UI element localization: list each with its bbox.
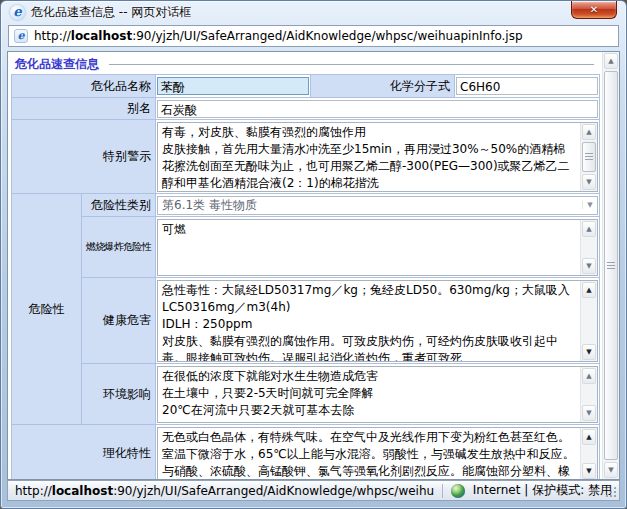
physchem-textarea[interactable]: 无色或白色晶体，有特殊气味。在空气中及光线作用下变为粉红色甚至红色。室温下微溶于…: [157, 427, 598, 481]
health-hazard-textarea[interactable]: 急性毒性：大鼠经LD50317mg／kg；兔经皮LD50。630mg/kg；大鼠…: [157, 280, 598, 362]
status-separator: [442, 484, 443, 498]
address-url-protocol: http://: [34, 29, 71, 43]
main-scrollbar[interactable]: ▲ ▼: [602, 52, 619, 479]
close-button[interactable]: ✕: [571, 1, 617, 19]
scrollbar-track[interactable]: [582, 385, 596, 404]
alias-label: 别名: [12, 98, 156, 120]
scrollbar-down-button[interactable]: ▼: [582, 258, 596, 274]
row-environment: 环境影响 在很低的浓度下就能对水生生物造成危害 在土壤中，只要2-5天时间就可完…: [12, 364, 600, 425]
close-icon: ✕: [590, 4, 598, 15]
row-name-formula: 危化品名称 苯酚 化学分子式 C6H60: [12, 75, 600, 98]
scrollbar[interactable]: ▲ ▼: [580, 281, 597, 361]
chemical-name-label: 危化品名称: [12, 75, 156, 98]
status-url-host: localhost: [52, 484, 113, 498]
address-url-host: localhost: [71, 29, 132, 43]
info-table: 危化品名称 苯酚 化学分子式 C6H60 别名 石炭酸 特别警示 有毒，对皮肤、…: [11, 74, 600, 480]
health-hazard-text[interactable]: 急性毒性：大鼠经LD50317mg／kg；兔经皮LD50。630mg/kg；大鼠…: [158, 281, 580, 361]
section-divider: [109, 64, 594, 65]
physchem-text[interactable]: 无色或白色晶体，有特殊气味。在空气中及光线作用下变为粉红色甚至红色。室温下微溶于…: [158, 428, 580, 480]
scroll-down-icon: ▼: [586, 467, 591, 475]
chemical-name-input[interactable]: 苯酚: [157, 77, 309, 95]
row-special-warning: 特别警示 有毒，对皮肤、黏膜有强烈的腐蚀作用 皮肤接触，首先用大量清水冲洗至少1…: [12, 120, 600, 194]
hazard-class-label: 危险性类别: [82, 194, 156, 217]
scroll-up-icon: ▲: [608, 57, 613, 65]
scrollbar-up-button[interactable]: ▲: [604, 53, 618, 69]
scrollbar-track[interactable]: [582, 238, 596, 257]
scroll-down-icon: ▼: [586, 348, 591, 356]
address-url: http://localhost:90/yjzh/UI/SafeArranged…: [34, 29, 523, 43]
status-url-path: :90/yjzh/UI/SafeArranged/AidKnowledge/wh…: [113, 484, 434, 498]
special-warning-textarea[interactable]: 有毒，对皮肤、黏膜有强烈的腐蚀作用 皮肤接触，首先用大量清水冲洗至少15min，…: [157, 122, 598, 192]
environment-textarea[interactable]: 在很低的浓度下就能对水生生物造成危害 在土壤中，只要2-5天时间就可完全降解 2…: [157, 366, 598, 423]
formula-input[interactable]: C6H60: [456, 77, 598, 95]
scrollbar[interactable]: ▲ ▼: [580, 123, 597, 191]
health-hazard-label: 健康危害: [82, 278, 156, 364]
scrollbar-track[interactable]: [582, 299, 596, 343]
scrollbar-up-button[interactable]: ▲: [582, 368, 596, 384]
scroll-down-icon: ▼: [586, 409, 591, 417]
scrollbar-grip-icon: [585, 153, 593, 160]
dialog-window: e 危化品速查信息 -- 网页对话框 ✕ e http://localhost:…: [0, 0, 627, 509]
formula-label: 化学分子式: [311, 75, 455, 98]
environment-label: 环境影响: [82, 364, 156, 425]
scrollbar[interactable]: ▲ ▼: [580, 220, 597, 275]
scrollbar-grip-icon: [607, 262, 615, 269]
scrollbar-up-button[interactable]: ▲: [582, 124, 596, 140]
section-title: 危化品速查信息: [15, 56, 99, 73]
fire-hazard-text[interactable]: 可燃: [158, 220, 580, 275]
scroll-up-icon: ▲: [586, 433, 591, 441]
hazard-group-label: 危险性: [12, 194, 82, 425]
scroll-up-icon: ▲: [586, 372, 591, 380]
window-titlebar[interactable]: e 危化品速查信息 -- 网页对话框: [1, 1, 626, 24]
protected-mode-label: 保护模式: 禁用: [532, 483, 612, 497]
window-title: 危化品速查信息 -- 网页对话框: [31, 4, 191, 21]
scrollbar-down-button[interactable]: ▼: [604, 462, 618, 478]
row-fire-hazard: 燃烧爆炸危险性 可燃 ▲ ▼: [12, 217, 600, 278]
hazard-class-select[interactable]: 第6.1类 毒性物质 ▼: [157, 196, 598, 215]
scrollbar-track[interactable]: [582, 141, 596, 173]
scrollbar-up-button[interactable]: ▲: [582, 429, 596, 445]
physchem-label: 理化特性: [12, 425, 156, 481]
scrollbar-up-button[interactable]: ▲: [582, 282, 596, 298]
scrollbar[interactable]: ▲ ▼: [580, 367, 597, 422]
scroll-down-icon: ▼: [586, 262, 591, 270]
scroll-down-icon: ▼: [608, 466, 613, 474]
status-url: http://localhost:90/yjzh/UI/SafeArranged…: [15, 484, 434, 498]
scrollbar-up-button[interactable]: ▲: [582, 221, 596, 237]
zone-label: Internet | 保护模式: 禁用: [473, 482, 612, 499]
scrollbar-track[interactable]: [604, 70, 618, 461]
scroll-up-icon: ▲: [586, 225, 591, 233]
environment-text[interactable]: 在很低的浓度下就能对水生生物造成危害 在土壤中，只要2-5天时间就可完全降解 2…: [158, 367, 580, 422]
status-bar: http://localhost:90/yjzh/UI/SafeArranged…: [7, 480, 620, 501]
scrollbar-down-button[interactable]: ▼: [582, 174, 596, 190]
scrollbar-down-button[interactable]: ▼: [582, 463, 596, 479]
scroll-up-icon: ▲: [586, 286, 591, 294]
scrollbar-thumb[interactable]: [604, 71, 618, 460]
scrollbar-down-button[interactable]: ▼: [582, 344, 596, 360]
scrollbar-thumb[interactable]: [582, 142, 596, 172]
row-health-hazard: 健康危害 急性毒性：大鼠经LD50317mg／kg；兔经皮LD50。630mg/…: [12, 278, 600, 364]
fire-hazard-textarea[interactable]: 可燃 ▲ ▼: [157, 219, 598, 276]
row-hazard-class: 危险性 危险性类别 第6.1类 毒性物质 ▼: [12, 194, 600, 217]
status-url-protocol: http://: [15, 484, 52, 498]
scrollbar[interactable]: ▲ ▼: [580, 428, 597, 480]
ie-icon: e: [10, 5, 25, 20]
alias-input[interactable]: 石炭酸: [157, 100, 598, 118]
row-physchem: 理化特性 无色或白色晶体，有特殊气味。在空气中及光线作用下变为粉红色甚至红色。室…: [12, 425, 600, 481]
internet-zone-icon: [451, 484, 465, 498]
scroll-up-icon: ▲: [586, 128, 591, 136]
zone-name: Internet: [473, 483, 521, 497]
scrollbar-track[interactable]: [582, 446, 596, 462]
page-icon: e: [14, 29, 28, 43]
address-url-path: :90/yjzh/UI/SafeArranged/AidKnowledge/wh…: [132, 29, 522, 43]
special-warning-text[interactable]: 有毒，对皮肤、黏膜有强烈的腐蚀作用 皮肤接触，首先用大量清水冲洗至少15min，…: [158, 123, 580, 191]
hazard-class-value: 第6.1类 毒性物质: [158, 197, 582, 214]
row-alias: 别名 石炭酸: [12, 98, 600, 120]
fire-hazard-label: 燃烧爆炸危险性: [82, 217, 156, 278]
special-warning-label: 特别警示: [12, 120, 156, 194]
scrollbar-down-button[interactable]: ▼: [582, 405, 596, 421]
address-bar[interactable]: e http://localhost:90/yjzh/UI/SafeArrang…: [8, 25, 619, 47]
dropdown-arrow-icon[interactable]: ▼: [582, 201, 597, 209]
client-area: 危化品速查信息 危化品名称 苯酚 化学分子式 C6H60 别名 石炭酸 特别警示…: [7, 51, 620, 480]
scroll-down-icon: ▼: [586, 178, 591, 186]
